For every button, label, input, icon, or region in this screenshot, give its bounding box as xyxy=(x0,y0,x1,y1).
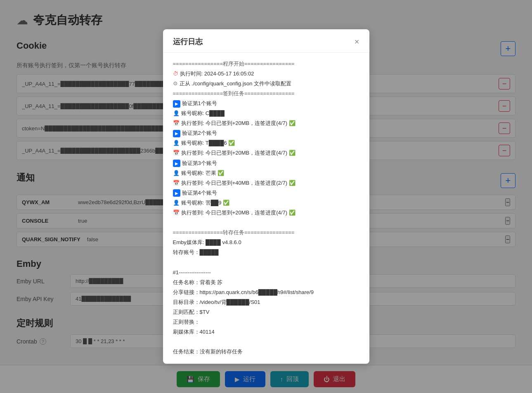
modal-overlay[interactable]: 运行日志 × ================程序开始=============… xyxy=(0,0,532,393)
log-line: 转存账号：█████ xyxy=(173,248,359,257)
log-line: ▶验证第2个账号 xyxy=(173,129,359,138)
play-icon: ▶ xyxy=(173,189,180,197)
modal-title: 运行日志 xyxy=(173,37,203,47)
log-line: 刷媒体库：40114 xyxy=(173,327,359,337)
log-line: 👤账号昵称: 芒果 ✅ xyxy=(173,169,359,178)
log-line: 👤账号昵称: 苦██9 ✅ xyxy=(173,198,359,207)
person-icon: 👤 xyxy=(173,110,180,116)
log-line: ⏱执行时间: 2024-05-17 16:05:02 xyxy=(173,69,359,78)
modal-header: 运行日志 × xyxy=(163,29,369,53)
modal-close-button[interactable]: × xyxy=(355,38,359,46)
log-line: 📅执行签到: 今日已签到+20MB，连签进度(4/7) ✅ xyxy=(173,148,359,158)
log-line: ▶验证第3个账号 xyxy=(173,159,359,168)
person-icon: 👤 xyxy=(173,140,180,146)
log-line: 📅执行签到: 今日已签到+40MB，连签进度(2/7) ✅ xyxy=(173,179,359,188)
calendar-icon: 📅 xyxy=(173,180,180,186)
log-line xyxy=(173,337,359,346)
gear-icon: ⚙ xyxy=(173,80,178,87)
log-line xyxy=(173,218,359,227)
log-line: ================转存任务================ xyxy=(173,228,359,237)
log-line: 👤账号昵称: C████ xyxy=(173,109,359,118)
log-line: Emby媒体库: ████ v4.8.6.0 xyxy=(173,238,359,247)
calendar-icon: 📅 xyxy=(173,209,180,216)
play-icon: ▶ xyxy=(173,100,180,108)
log-line: ▶验证第1个账号 xyxy=(173,99,359,108)
calendar-icon: 📅 xyxy=(173,120,180,126)
play-icon: ▶ xyxy=(173,160,180,167)
play-icon: ▶ xyxy=(173,130,180,137)
log-line: 任务名称：背着美 苏 xyxy=(173,278,359,287)
log-line: 分享链接：https://pan.quark.cn/s/b6█████h9#/l… xyxy=(173,288,359,297)
person-icon: 👤 xyxy=(173,200,180,206)
person-icon: 👤 xyxy=(173,170,180,176)
log-line: 正则替换： xyxy=(173,318,359,327)
modal-body[interactable]: ================程序开始================⏱执行时… xyxy=(163,53,369,364)
log-line: ================程序开始================ xyxy=(173,59,359,68)
log-line: ================签到任务================ xyxy=(173,89,359,98)
log-line: 📅执行签到: 今日已签到+20MB，连签进度(4/7) ✅ xyxy=(173,208,359,217)
log-line: 👤账号昵称: T████6 ✅ xyxy=(173,139,359,148)
log-line: 目标目录：/video/tv/背██████/S01 xyxy=(173,298,359,307)
log-line: ▶验证第4个账号 xyxy=(173,188,359,198)
log-line: 任务结束：没有新的转存任务 xyxy=(173,347,359,356)
log-line: #1------------------ xyxy=(173,268,359,277)
log-modal: 运行日志 × ================程序开始=============… xyxy=(163,29,369,364)
time-icon: ⏱ xyxy=(173,71,178,77)
log-line: 正则匹配：$TV xyxy=(173,308,359,317)
log-line: 📅执行签到: 今日已签到+20MB，连签进度(4/7) ✅ xyxy=(173,119,359,128)
log-line: ⚙正从 ./config/quark_config.json 文件中读取配置 xyxy=(173,79,359,88)
calendar-icon: 📅 xyxy=(173,150,180,156)
log-line xyxy=(173,258,359,267)
